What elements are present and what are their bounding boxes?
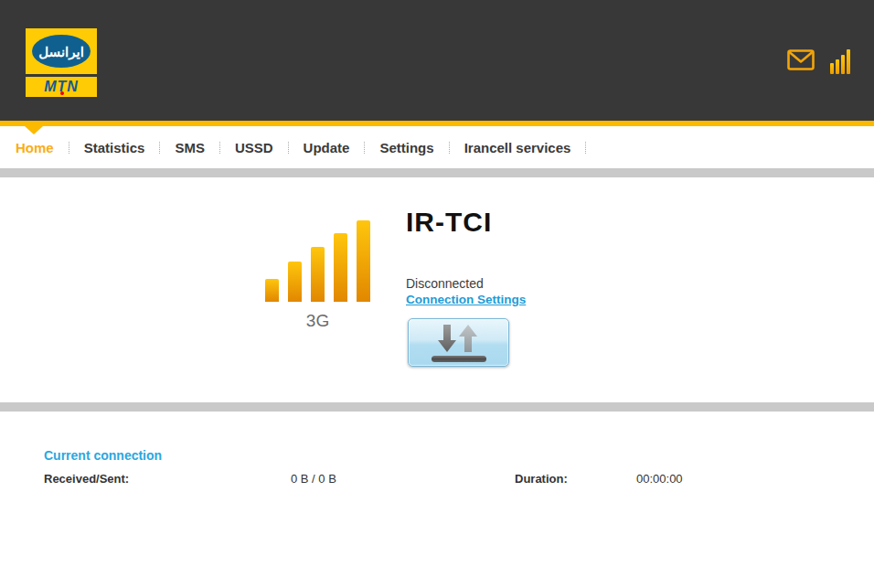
nav-separator bbox=[288, 142, 289, 154]
logo-top: ایرانسل bbox=[26, 28, 97, 74]
nav-item-statistics[interactable]: Statistics bbox=[84, 140, 145, 155]
received-sent-label: Received/Sent: bbox=[44, 472, 129, 486]
network-name: IR-TCI bbox=[406, 207, 492, 238]
main-nav: Home Statistics SMS USSD Update Settings… bbox=[0, 126, 874, 168]
nav-separator bbox=[364, 142, 365, 154]
duration-value: 00:00:00 bbox=[636, 472, 683, 486]
section-title: Current connection bbox=[44, 448, 162, 463]
connection-status: Disconnected bbox=[406, 276, 484, 291]
logo-red-dot bbox=[60, 91, 64, 95]
header: ایرانسل MTN bbox=[0, 0, 874, 121]
received-sent-value: 0 B / 0 B bbox=[291, 472, 336, 486]
logo-bottom: MTN bbox=[26, 77, 97, 97]
network-type-label: 3G bbox=[265, 311, 370, 331]
connection-panel: 3G IR-TCI Disconnected Connection Settin… bbox=[0, 177, 874, 402]
connection-settings-link[interactable]: Connection Settings bbox=[406, 293, 526, 306]
active-tab-pointer bbox=[25, 126, 43, 134]
nav-separator bbox=[159, 142, 160, 154]
nav-item-irancell-services[interactable]: Irancell services bbox=[464, 140, 571, 155]
header-status-icons bbox=[787, 48, 850, 74]
connect-arrows-icon bbox=[409, 319, 508, 366]
divider-band bbox=[0, 402, 874, 412]
nav-item-sms[interactable]: SMS bbox=[175, 140, 205, 155]
page: ایرانسل MTN Home St bbox=[0, 0, 874, 588]
divider-band bbox=[0, 168, 874, 177]
signal-strength-bars-icon bbox=[265, 220, 370, 302]
nav-item-ussd[interactable]: USSD bbox=[235, 140, 273, 155]
nav-item-settings[interactable]: Settings bbox=[379, 140, 433, 155]
nav-separator bbox=[219, 142, 220, 154]
duration-label: Duration: bbox=[515, 472, 568, 486]
nav-item-update[interactable]: Update bbox=[304, 140, 350, 155]
mail-icon[interactable] bbox=[787, 49, 815, 74]
logo-ellipse: ایرانسل bbox=[32, 35, 91, 68]
irancell-mtn-logo: ایرانسل MTN bbox=[26, 28, 97, 97]
nav-separator bbox=[69, 142, 69, 154]
signal-strength-icon bbox=[825, 48, 850, 74]
nav-separator bbox=[585, 142, 586, 154]
nav-item-home[interactable]: Home bbox=[16, 140, 54, 155]
current-connection-section: Current connection Received/Sent: 0 B / … bbox=[0, 412, 874, 588]
nav-separator bbox=[449, 142, 450, 154]
connect-disconnect-button[interactable] bbox=[408, 318, 509, 367]
logo-farsi-text: ایرانسل bbox=[38, 45, 84, 59]
